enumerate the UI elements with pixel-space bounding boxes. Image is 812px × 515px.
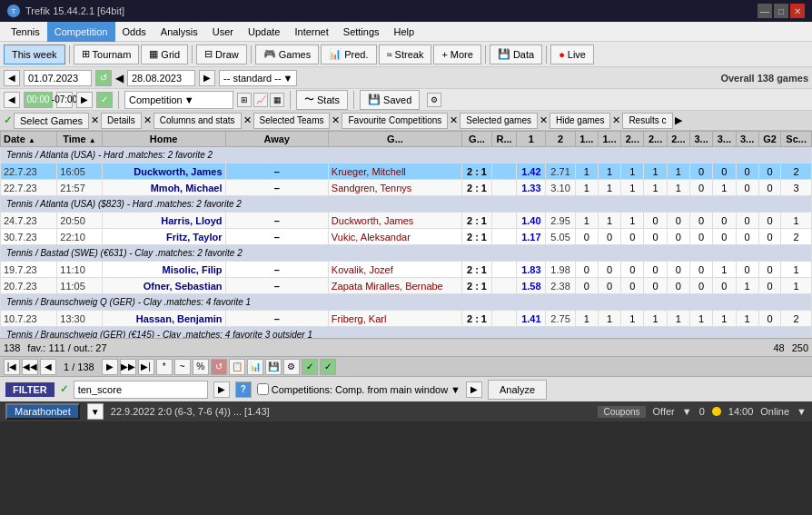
col-1[interactable]: 1 (517, 132, 546, 147)
draw-button[interactable]: ⊟ Draw (196, 45, 247, 64)
page-export1[interactable]: 📋 (229, 359, 245, 375)
filter-arrow-btn[interactable]: ▶ (213, 381, 230, 398)
col-2[interactable]: 2 (546, 132, 575, 147)
pred-button[interactable]: 📊 Pred. (321, 45, 376, 64)
col-g2[interactable]: G... (462, 132, 492, 147)
fav-competitions-button[interactable]: Favourite Competitions (342, 113, 448, 129)
col-time[interactable]: Time ▲ (57, 132, 102, 147)
col-away[interactable]: Away (225, 132, 328, 147)
select-games-button[interactable]: Select Games (14, 113, 89, 129)
page-first[interactable]: |◀ (4, 359, 20, 375)
filter-help-btn[interactable]: ? (235, 381, 252, 398)
grid-button[interactable]: ▦ Grid (141, 45, 188, 64)
details-button[interactable]: Details (101, 113, 142, 129)
maximize-button[interactable]: □ (774, 4, 788, 18)
filter-x-2[interactable]: ✕ (144, 114, 152, 126)
streak-button[interactable]: ≈ Streak (379, 45, 432, 64)
table-row[interactable]: 20.7.23 11:05 Ofner, Sebastian – Zapata … (1, 278, 812, 294)
page-export2[interactable]: 📊 (247, 359, 263, 375)
table-row[interactable]: 22.7.23 16:05 Duckworth, James – Krueger… (1, 163, 812, 180)
page-asterisk[interactable]: * (156, 359, 173, 375)
comp-check[interactable]: ✓ (96, 92, 113, 108)
menu-competition[interactable]: Competition (47, 22, 115, 42)
col-r[interactable]: R... (491, 132, 516, 147)
comp-filter-btn[interactable]: ▶ (466, 381, 482, 398)
data-button[interactable]: 💾 Data (490, 45, 542, 64)
col-date[interactable]: Date ▲ (1, 132, 57, 147)
filter-x-1[interactable]: ✕ (91, 114, 99, 126)
comp-icon-chart[interactable]: 📈 (253, 93, 268, 107)
stats-button[interactable]: 〜 Stats (296, 90, 348, 110)
filter-x-6[interactable]: ✕ (540, 114, 548, 126)
comp-icon-1[interactable]: ⊞ (237, 93, 252, 107)
games-button[interactable]: 🎮 Games (255, 45, 319, 64)
filter-x-7[interactable]: ✕ (612, 114, 620, 126)
nav-refresh-button[interactable]: ↺ (95, 70, 112, 86)
col-g2b[interactable]: G2 (758, 132, 781, 147)
nav-prev-button[interactable]: ◀ (4, 70, 20, 86)
page-next-10[interactable]: ▶▶ (120, 359, 136, 375)
page-refresh[interactable]: ↺ (211, 359, 227, 375)
columns-stats-button[interactable]: Columns and stats (153, 113, 242, 129)
col-3a[interactable]: 3... (689, 132, 712, 147)
page-percent[interactable]: % (193, 359, 209, 375)
comp-time-btn[interactable]: 00:00 (24, 92, 53, 108)
col-3c[interactable]: 3... (736, 132, 758, 147)
page-next[interactable]: ▶ (102, 359, 118, 375)
filter-input[interactable] (74, 381, 208, 399)
more-button[interactable]: + More (433, 45, 481, 64)
table-row[interactable]: 10.7.23 13:30 Hassan, Benjamin – Friberg… (1, 311, 812, 327)
page-settings[interactable]: ⚙ (283, 359, 300, 375)
col-1a[interactable]: 1... (575, 132, 598, 147)
page-tilde[interactable]: ~ (174, 359, 191, 375)
menu-tennis[interactable]: Tennis (4, 22, 47, 42)
filter-x-4[interactable]: ✕ (332, 114, 340, 126)
page-last[interactable]: ▶| (138, 359, 154, 375)
menu-update[interactable]: Update (241, 22, 287, 42)
page-prev-10[interactable]: ◀◀ (22, 359, 38, 375)
brand-arrow[interactable]: ▼ (87, 403, 104, 420)
date-to-field[interactable]: 28.08.2023 (127, 70, 195, 86)
table-row[interactable]: 22.7.23 21:57 Mmoh, Michael – Sandgren, … (1, 180, 812, 196)
live-button[interactable]: ● Live (550, 45, 594, 64)
col-sc[interactable]: Sc... (781, 132, 812, 147)
online-arrow[interactable]: ▼ (797, 406, 807, 417)
menu-odds[interactable]: Odds (115, 22, 153, 42)
menu-internet[interactable]: Internet (287, 22, 335, 42)
coupons-button[interactable]: Coupons (598, 406, 645, 418)
filter-x-5[interactable]: ✕ (450, 114, 458, 126)
results-button[interactable]: Results c (622, 113, 672, 129)
table-row[interactable]: 30.7.23 22:10 Fritz, Taylor – Vukic, Ale… (1, 229, 812, 245)
comp-nav-right[interactable]: ▶ (76, 92, 93, 108)
gear-icon[interactable]: ⚙ (427, 93, 441, 107)
col-2b[interactable]: 2... (644, 132, 667, 147)
date-from-field[interactable]: 01.07.2023 (24, 70, 92, 86)
page-export3[interactable]: 💾 (265, 359, 282, 375)
comp-minus[interactable]: -07:00 (56, 92, 73, 108)
col-home[interactable]: Home (102, 132, 225, 147)
col-2c[interactable]: 2... (667, 132, 689, 147)
filter-x-3[interactable]: ✕ (243, 114, 252, 126)
comp-nav-left[interactable]: ◀ (4, 92, 20, 108)
page-check[interactable]: ✓ (302, 359, 318, 375)
saved-button[interactable]: 💾 Saved (360, 90, 420, 110)
close-button[interactable]: ✕ (790, 4, 805, 18)
this-week-button[interactable]: This week (4, 45, 65, 64)
minimize-button[interactable]: — (758, 4, 772, 18)
competitions-checkbox[interactable] (257, 383, 269, 395)
comp-icon-bar[interactable]: ▦ (270, 93, 284, 107)
col-g1[interactable]: G... (328, 132, 461, 147)
offer-arrow[interactable]: ▼ (682, 406, 692, 417)
brand-button[interactable]: Marathonbet (5, 403, 80, 420)
selected-teams-button[interactable]: Selected Teams (253, 113, 331, 129)
page-check2[interactable]: ✓ (320, 359, 336, 375)
menu-settings[interactable]: Settings (336, 22, 387, 42)
competition-dropdown[interactable]: Competition ▼ (124, 91, 233, 109)
col-1b[interactable]: 1... (598, 132, 620, 147)
filter-more-arrow[interactable]: ▶ (675, 114, 682, 126)
col-3b[interactable]: 3... (713, 132, 736, 147)
analyze-button[interactable]: Analyze (488, 380, 547, 400)
col-2a[interactable]: 2... (621, 132, 644, 147)
hide-games-button[interactable]: Hide games (550, 113, 610, 129)
menu-analysis[interactable]: Analysis (153, 22, 205, 42)
